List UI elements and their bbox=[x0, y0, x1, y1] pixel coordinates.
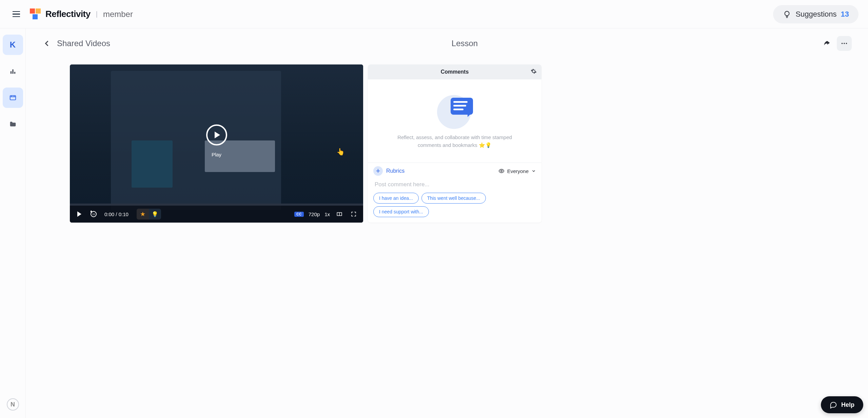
rewind-icon: 15 bbox=[91, 211, 97, 217]
app-logo bbox=[30, 8, 41, 20]
bar-chart-icon bbox=[9, 68, 17, 75]
more-options-button[interactable] bbox=[837, 36, 852, 51]
progress-track[interactable] bbox=[70, 204, 363, 206]
comments-empty-text: Reflect, assess, and collaborate with ti… bbox=[394, 134, 516, 149]
ellipsis-icon bbox=[841, 40, 848, 47]
folder-icon bbox=[9, 120, 17, 128]
svg-point-0 bbox=[785, 11, 789, 16]
nav-dashboard[interactable] bbox=[3, 61, 23, 81]
brand-separator: | bbox=[96, 10, 98, 18]
svg-rect-3 bbox=[14, 72, 15, 74]
comments-title: Comments bbox=[441, 69, 469, 75]
comments-panel: Comments Reflect, assess, and collaborat… bbox=[368, 64, 541, 223]
eye-icon bbox=[498, 168, 505, 174]
play-icon bbox=[77, 211, 81, 217]
chevron-down-icon bbox=[531, 169, 536, 173]
svg-rect-2 bbox=[12, 70, 14, 74]
brand-name: Reflectivity bbox=[45, 9, 91, 19]
play-circle-icon bbox=[206, 125, 227, 146]
svg-point-8 bbox=[842, 43, 843, 44]
fullscreen-button[interactable] bbox=[349, 209, 358, 219]
suggestions-button[interactable]: Suggestions 13 bbox=[773, 5, 859, 23]
comment-input[interactable] bbox=[373, 178, 536, 193]
bookmark-star-button[interactable]: ★ bbox=[137, 209, 149, 220]
page-title: Lesson bbox=[452, 39, 478, 48]
prompt-chip-support[interactable]: I need support with... bbox=[373, 206, 429, 217]
speed-button[interactable]: 1x bbox=[324, 211, 330, 217]
help-button[interactable]: Help bbox=[821, 396, 863, 413]
gear-icon bbox=[531, 68, 537, 74]
hamburger-menu-button[interactable] bbox=[9, 7, 23, 21]
play-label: Play bbox=[212, 152, 221, 157]
lightbulb-icon bbox=[783, 10, 791, 19]
star-icon: ★ bbox=[140, 210, 145, 218]
share-button[interactable] bbox=[819, 36, 834, 51]
comments-settings-button[interactable] bbox=[531, 68, 537, 76]
rubrics-label: Rubrics bbox=[386, 168, 405, 174]
visibility-dropdown[interactable]: Everyone bbox=[498, 168, 536, 174]
brand-block: Reflectivity | member bbox=[30, 8, 133, 20]
share-arrow-icon bbox=[823, 40, 830, 47]
film-icon bbox=[9, 94, 17, 101]
plus-icon: + bbox=[373, 166, 383, 176]
quality-button[interactable]: 720p bbox=[309, 211, 320, 217]
svg-rect-1 bbox=[10, 71, 12, 74]
hamburger-icon bbox=[13, 11, 20, 17]
breadcrumb-link[interactable]: Shared Videos bbox=[57, 39, 110, 48]
org-badge: N bbox=[7, 398, 19, 411]
comments-empty-state: Reflect, assess, and collaborate with ti… bbox=[368, 79, 541, 163]
visibility-label: Everyone bbox=[507, 168, 529, 174]
svg-point-13 bbox=[500, 170, 502, 172]
prompt-chip-idea[interactable]: I have an idea... bbox=[373, 193, 419, 204]
svg-rect-4 bbox=[10, 96, 16, 100]
brand-role: member bbox=[103, 10, 133, 19]
avatar-initial: K bbox=[10, 40, 16, 50]
suggestions-label: Suggestions bbox=[795, 10, 836, 19]
play-overlay-button[interactable]: Play bbox=[206, 125, 227, 157]
svg-point-10 bbox=[846, 43, 847, 44]
add-rubrics-button[interactable]: + Rubrics bbox=[373, 166, 405, 176]
bulb-icon: 💡 bbox=[152, 211, 158, 217]
user-avatar[interactable]: K bbox=[3, 35, 23, 55]
help-label: Help bbox=[841, 401, 854, 408]
chat-bubble-icon bbox=[830, 401, 837, 408]
nav-folders[interactable] bbox=[3, 114, 23, 134]
left-nav: K N bbox=[0, 28, 26, 418]
fullscreen-icon bbox=[351, 211, 357, 217]
theater-mode-button[interactable] bbox=[335, 209, 344, 219]
back-button[interactable] bbox=[42, 39, 52, 48]
theater-icon bbox=[336, 211, 342, 217]
time-display: 0:00 / 0:10 bbox=[104, 211, 129, 217]
video-player[interactable]: Play 👆 15 0:00 / 0:10 ★ 💡 CC bbox=[70, 64, 363, 223]
comments-empty-illustration bbox=[431, 93, 478, 127]
bookmark-idea-button[interactable]: 💡 bbox=[149, 209, 161, 220]
svg-point-9 bbox=[844, 43, 845, 44]
nav-videos[interactable] bbox=[3, 88, 23, 108]
prompt-chip-went-well[interactable]: This went well because... bbox=[421, 193, 486, 204]
suggestions-count: 13 bbox=[841, 10, 849, 19]
video-controls-bar: 15 0:00 / 0:10 ★ 💡 CC 720p 1x bbox=[70, 206, 363, 223]
rewind-15-button[interactable]: 15 bbox=[89, 209, 98, 219]
captions-button[interactable]: CC bbox=[294, 212, 303, 217]
play-button[interactable] bbox=[75, 209, 84, 219]
